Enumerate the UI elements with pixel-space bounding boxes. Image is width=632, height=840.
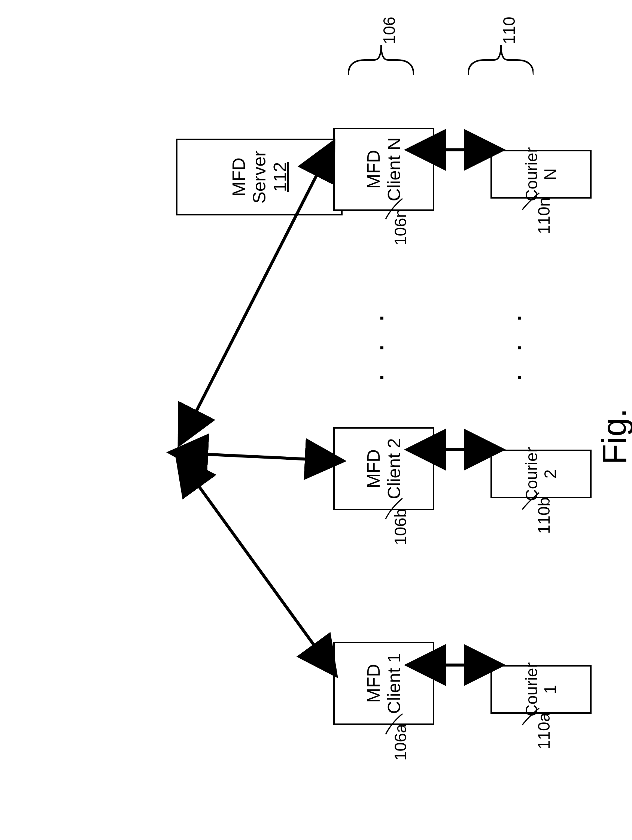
svg-line-0 <box>187 470 326 661</box>
client-n-leader <box>386 199 408 221</box>
couriers-brace <box>468 38 534 82</box>
figure-label: Fig. 1A <box>595 408 632 464</box>
courier-2-leader <box>522 493 545 512</box>
couriers-ellipsis: . . . <box>502 306 526 380</box>
server-to-client2-arrow <box>176 442 337 472</box>
courier-1-leader <box>522 708 545 727</box>
client1-to-courier1-arrow <box>416 654 494 676</box>
client-2-line2: Client 2 <box>384 438 404 499</box>
client-1-line2: Client 1 <box>384 653 404 714</box>
svg-line-1 <box>187 453 326 460</box>
clients-group-ref: 106 <box>380 17 399 44</box>
courier-n-box: Courier N <box>490 150 591 199</box>
courier-2-box: Courier 2 <box>490 450 591 498</box>
couriers-group-ref: 110 <box>500 17 519 44</box>
clients-brace <box>348 38 414 82</box>
client-n-line1: MFD <box>363 150 384 189</box>
client-1-leader <box>386 714 408 736</box>
client-1-line1: MFD <box>363 664 384 703</box>
courier-1-box: Courier 1 <box>490 665 591 714</box>
client2-to-courier2-arrow <box>416 438 494 461</box>
client-2-line1: MFD <box>363 449 384 488</box>
clientn-to-couriern-arrow <box>416 139 494 161</box>
courier-n-leader <box>522 193 545 212</box>
client-n-line2: Client N <box>384 137 404 202</box>
server-to-clientn-arrow <box>176 146 337 440</box>
server-to-client1-arrow <box>176 459 337 671</box>
clients-ellipsis: . . . <box>364 306 388 380</box>
svg-line-2 <box>187 157 326 429</box>
client-2-leader <box>386 498 408 521</box>
